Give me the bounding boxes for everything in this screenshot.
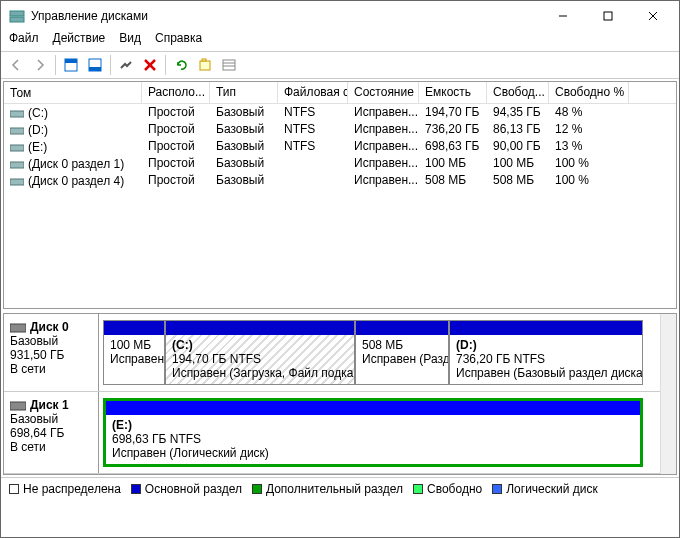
- menu-action[interactable]: Действие: [53, 31, 106, 47]
- list-button[interactable]: [218, 54, 240, 76]
- svg-rect-7: [65, 59, 77, 63]
- menu-file[interactable]: Файл: [9, 31, 39, 47]
- back-button[interactable]: [5, 54, 27, 76]
- svg-rect-3: [604, 12, 612, 20]
- delete-button[interactable]: [139, 54, 161, 76]
- swatch-extended: [252, 484, 262, 494]
- partition[interactable]: (C:)194,70 ГБ NTFSИсправен (Загрузка, Фа…: [165, 320, 355, 385]
- window-title: Управление дисками: [31, 9, 540, 23]
- cell-free: 508 МБ: [487, 172, 549, 189]
- volume-icon: [10, 125, 24, 135]
- col-status[interactable]: Состояние: [348, 82, 419, 103]
- menu-help[interactable]: Справка: [155, 31, 202, 47]
- partition-status: Исправен (: [110, 352, 158, 366]
- partition-size: 698,63 ГБ NTFS: [112, 432, 634, 446]
- volume-rows: (C:)ПростойБазовыйNTFSИсправен...194,70 …: [4, 104, 676, 308]
- col-freepct[interactable]: Свободно %: [549, 82, 629, 103]
- cell-layout: Простой: [142, 172, 210, 189]
- partition-size: 508 МБ: [362, 338, 442, 352]
- partition[interactable]: 100 МБИсправен (: [103, 320, 165, 385]
- table-row[interactable]: (D:)ПростойБазовыйNTFSИсправен...736,20 …: [4, 121, 676, 138]
- volume-name: (D:): [28, 123, 48, 137]
- swatch-free: [413, 484, 423, 494]
- col-layout[interactable]: Располо...: [142, 82, 210, 103]
- cell-capacity: 508 МБ: [419, 172, 487, 189]
- col-volume[interactable]: Том: [4, 82, 142, 103]
- legend-logical: Логический диск: [492, 482, 598, 496]
- partition[interactable]: (E:)698,63 ГБ NTFSИсправен (Логический д…: [103, 398, 643, 467]
- partition-label: (D:): [456, 338, 636, 352]
- col-free[interactable]: Свобод...: [487, 82, 549, 103]
- col-fs[interactable]: Файловая с...: [278, 82, 348, 103]
- disk-rows: Диск 0Базовый931,50 ГБВ сети100 МБИсправ…: [4, 314, 660, 474]
- svg-rect-1: [10, 17, 24, 22]
- cell-freepct: 12 %: [549, 121, 629, 138]
- cell-capacity: 698,63 ГБ: [419, 138, 487, 155]
- cell-layout: Простой: [142, 155, 210, 172]
- table-row[interactable]: (Диск 0 раздел 1)ПростойБазовыйИсправен.…: [4, 155, 676, 172]
- partition-size: 194,70 ГБ NTFS: [172, 352, 348, 366]
- table-row[interactable]: (E:)ПростойБазовыйNTFSИсправен...698,63 …: [4, 138, 676, 155]
- partition-status: Исправен (Логический диск): [112, 446, 634, 460]
- svg-rect-19: [10, 145, 24, 151]
- app-icon: [9, 8, 25, 24]
- volume-icon: [10, 108, 24, 118]
- undo-button[interactable]: [170, 54, 192, 76]
- cell-layout: Простой: [142, 121, 210, 138]
- view-top-button[interactable]: [60, 54, 82, 76]
- partition-stripe: [166, 321, 354, 335]
- cell-freepct: 48 %: [549, 104, 629, 121]
- volume-list-pane: Том Располо... Тип Файловая с... Состоян…: [3, 81, 677, 309]
- cell-type: Базовый: [210, 104, 278, 121]
- partition-status: Исправен (Загрузка, Файл подкачк: [172, 366, 348, 380]
- cell-free: 94,35 ГБ: [487, 104, 549, 121]
- disk-icon: [10, 400, 26, 410]
- table-row[interactable]: (Диск 0 раздел 4)ПростойБазовыйИсправен.…: [4, 172, 676, 189]
- disk-row: Диск 1Базовый698,64 ГБВ сети(E:)698,63 Г…: [4, 392, 660, 474]
- partition-label: (C:): [172, 338, 348, 352]
- table-row[interactable]: (C:)ПростойБазовыйNTFSИсправен...194,70 …: [4, 104, 676, 121]
- cell-freepct: 13 %: [549, 138, 629, 155]
- toolbar: [1, 51, 679, 79]
- properties-button[interactable]: [194, 54, 216, 76]
- partition-stripe: [356, 321, 448, 335]
- cell-capacity: 194,70 ГБ: [419, 104, 487, 121]
- col-type[interactable]: Тип: [210, 82, 278, 103]
- partition-stripe: [450, 321, 642, 335]
- cell-status: Исправен...: [348, 138, 419, 155]
- partition-status: Исправен (Базовый раздел диска): [456, 366, 636, 380]
- swatch-unalloc: [9, 484, 19, 494]
- settings-button[interactable]: [115, 54, 137, 76]
- volume-name: (Диск 0 раздел 1): [28, 157, 124, 171]
- forward-button[interactable]: [29, 54, 51, 76]
- cell-capacity: 100 МБ: [419, 155, 487, 172]
- partition[interactable]: 508 МБИсправен (Разде: [355, 320, 449, 385]
- cell-layout: Простой: [142, 104, 210, 121]
- cell-fs: [278, 155, 348, 172]
- menu-view[interactable]: Вид: [119, 31, 141, 47]
- close-button[interactable]: [630, 2, 675, 30]
- swatch-primary: [131, 484, 141, 494]
- scrollbar[interactable]: [660, 314, 676, 474]
- partition-size: 100 МБ: [110, 338, 158, 352]
- maximize-button[interactable]: [585, 2, 630, 30]
- minimize-button[interactable]: [540, 2, 585, 30]
- cell-status: Исправен...: [348, 121, 419, 138]
- partition[interactable]: (D:)736,20 ГБ NTFSИсправен (Базовый разд…: [449, 320, 643, 385]
- disk-name: Диск 0: [30, 320, 69, 334]
- menubar: Файл Действие Вид Справка: [1, 31, 679, 51]
- view-bottom-button[interactable]: [84, 54, 106, 76]
- disk-status: В сети: [10, 440, 92, 454]
- disk-info[interactable]: Диск 1Базовый698,64 ГБВ сети: [4, 392, 99, 473]
- col-capacity[interactable]: Емкость: [419, 82, 487, 103]
- svg-rect-13: [202, 59, 206, 61]
- cell-capacity: 736,20 ГБ: [419, 121, 487, 138]
- volume-name: (Диск 0 раздел 4): [28, 174, 124, 188]
- volume-icon: [10, 176, 24, 186]
- disk-size: 698,64 ГБ: [10, 426, 92, 440]
- cell-fs: [278, 172, 348, 189]
- volume-name: (E:): [28, 140, 47, 154]
- disk-info[interactable]: Диск 0Базовый931,50 ГБВ сети: [4, 314, 99, 391]
- volume-icon: [10, 159, 24, 169]
- svg-rect-21: [10, 179, 24, 185]
